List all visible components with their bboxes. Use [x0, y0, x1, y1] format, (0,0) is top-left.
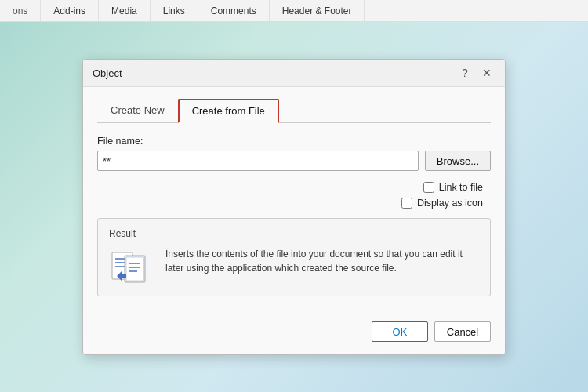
dialog-body: Create New Create from File File name: B…: [83, 87, 505, 321]
browse-button[interactable]: Browse...: [425, 151, 491, 171]
ok-button[interactable]: OK: [372, 321, 428, 342]
tab-create-new[interactable]: Create New: [97, 99, 178, 123]
ribbon-tab-ons[interactable]: ons: [0, 0, 41, 21]
cancel-button[interactable]: Cancel: [434, 321, 491, 342]
dialog-title-bar: Object ? ✕: [83, 60, 505, 87]
document-insert-icon: [111, 248, 154, 285]
object-dialog: Object ? ✕ Create New Create from File F…: [82, 59, 506, 355]
ribbon-tab-header-footer[interactable]: Header & Footer: [270, 0, 365, 21]
ribbon-tab-links[interactable]: Links: [151, 0, 198, 21]
result-description: Inserts the contents of the file into yo…: [165, 247, 479, 275]
dialog-title-buttons: ? ✕: [456, 64, 495, 82]
close-button[interactable]: ✕: [478, 64, 495, 82]
file-name-input[interactable]: [97, 151, 419, 171]
display-as-icon-checkbox[interactable]: [401, 198, 412, 209]
ribbon-tab-comments[interactable]: Comments: [198, 0, 270, 21]
result-title: Result: [109, 228, 479, 239]
file-name-label: File name:: [97, 136, 491, 147]
svg-rect-5: [126, 257, 143, 281]
display-as-icon-row: Display as icon: [401, 198, 483, 209]
link-to-file-row: Link to file: [423, 182, 483, 193]
file-input-row: Browse...: [97, 151, 491, 171]
link-to-file-checkbox[interactable]: [423, 182, 434, 193]
display-as-icon-label[interactable]: Display as icon: [417, 198, 483, 209]
result-content: Inserts the contents of the file into yo…: [109, 247, 479, 286]
ribbon-tab-addins[interactable]: Add-ins: [41, 0, 99, 21]
dialog-tabs: Create New Create from File: [97, 98, 491, 123]
dialog-footer: OK Cancel: [83, 321, 505, 354]
result-icon: [109, 247, 156, 286]
dialog-backdrop: Object ? ✕ Create New Create from File F…: [0, 22, 588, 392]
tab-create-from-file[interactable]: Create from File: [178, 99, 279, 123]
help-button[interactable]: ?: [456, 64, 474, 82]
ribbon-tab-media[interactable]: Media: [99, 0, 151, 21]
checkboxes-section: Link to file Display as icon: [97, 182, 491, 209]
result-section: Result: [97, 218, 491, 296]
ribbon-bar: ons Add-ins Media Links Comments Header …: [0, 0, 588, 22]
dialog-title: Object: [93, 67, 122, 79]
link-to-file-label[interactable]: Link to file: [439, 182, 483, 193]
